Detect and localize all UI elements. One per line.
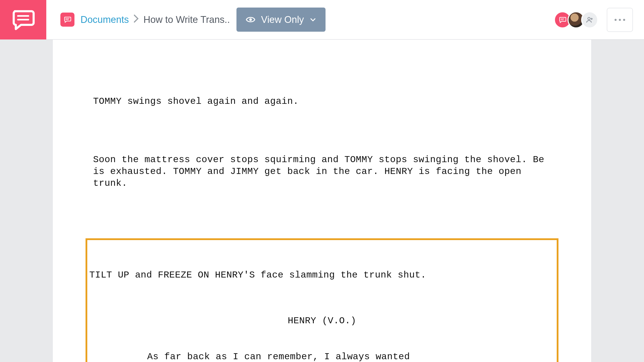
chat-icon — [63, 15, 72, 24]
dialogue: As far back as I can remember, I always … — [147, 351, 414, 362]
speech-bubble-icon — [11, 7, 36, 32]
header-right — [557, 0, 633, 40]
svg-point-11 — [619, 19, 621, 21]
screenplay-body: TOMMY swings shovel again and again. Soo… — [93, 60, 551, 362]
person-add-icon — [586, 16, 594, 24]
chevron-right-icon — [133, 14, 139, 25]
action-line: Soon the mattress cover stops squirming … — [93, 154, 551, 190]
more-menu-button[interactable] — [607, 8, 633, 32]
character-cue: HENRY (V.O.) — [89, 315, 555, 327]
collaborator-avatars[interactable] — [557, 11, 598, 28]
svg-point-12 — [623, 19, 625, 21]
breadcrumb-root-link[interactable]: Documents — [80, 14, 129, 25]
view-mode-label: View Only — [261, 14, 304, 25]
eye-icon — [246, 15, 256, 25]
svg-point-4 — [249, 18, 252, 21]
document-stage: TOMMY swings shovel again and again. Soo… — [0, 40, 644, 362]
action-line: TILT UP and FREEZE ON HENRY'S face slamm… — [89, 269, 555, 281]
chat-button[interactable] — [60, 13, 74, 27]
view-mode-dropdown[interactable]: View Only — [236, 8, 326, 32]
chat-icon — [558, 16, 567, 24]
add-collaborator[interactable] — [581, 11, 598, 28]
svg-point-7 — [588, 17, 590, 20]
breadcrumb-current: How to Write Trans.. — [143, 14, 230, 25]
document-page: TOMMY swings shovel again and again. Soo… — [53, 40, 591, 362]
chevron-down-icon — [309, 16, 316, 23]
svg-point-10 — [615, 19, 617, 21]
more-horizontal-icon — [614, 18, 626, 22]
top-bar: Documents How to Write Trans.. View Only — [0, 0, 644, 40]
breadcrumb: Documents How to Write Trans.. — [80, 14, 230, 25]
action-line: TOMMY swings shovel again and again. — [93, 96, 551, 107]
highlighted-block: TILT UP and FREEZE ON HENRY'S face slamm… — [86, 238, 558, 362]
app-logo[interactable] — [0, 0, 46, 39]
